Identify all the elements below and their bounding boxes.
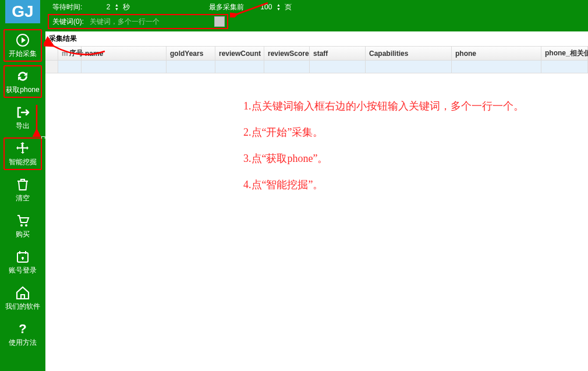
chevron-down-icon[interactable]: ▼ — [277, 7, 281, 11]
th-goldyears[interactable]: goldYears — [167, 47, 215, 60]
nav-label: 账号登录 — [9, 266, 37, 275]
chevron-down-icon[interactable]: ▼ — [115, 7, 119, 11]
results-title: 采集结果 — [45, 31, 588, 46]
help-icon: ? — [15, 321, 30, 337]
nav-label: 导出 — [16, 121, 30, 131]
wait-time-input[interactable] — [89, 2, 112, 12]
th-reviewcount[interactable]: reviewCount — [215, 47, 264, 60]
nav-our-software[interactable]: 我们的软件 — [3, 282, 42, 315]
svg-marker-1 — [22, 37, 26, 43]
trash-icon — [15, 177, 30, 192]
chevron-up-icon[interactable]: ▲ — [115, 3, 119, 7]
th-capabilities[interactable]: Capabilities — [366, 47, 452, 60]
instruction-line: 4.点“智能挖掘”。 — [243, 177, 524, 193]
nav-label: 开始采集 — [9, 49, 37, 59]
th-reviewscore[interactable]: reviewScore — [264, 47, 310, 60]
keyword-row: 关键词(0): — [48, 14, 228, 29]
instructions: 1.点关键词输入框右边的小按钮输入关键词，多个一行一个。 2.点“开始”采集。 … — [243, 98, 524, 203]
nav-label: 购买 — [16, 229, 30, 239]
bracket-decoration: ⌜⌝ — [41, 135, 44, 143]
svg-text:?: ? — [19, 321, 26, 336]
nav-label: 清空 — [16, 193, 30, 203]
max-label: 最多采集前 — [209, 2, 244, 12]
play-icon — [15, 33, 30, 48]
keyword-picker-button[interactable] — [214, 16, 225, 27]
nav-login[interactable]: 账号登录 — [3, 246, 42, 278]
nav-export[interactable]: 导出 — [3, 101, 42, 134]
nav-how-to[interactable]: ? 使用方法 — [3, 318, 42, 351]
keyword-input[interactable] — [90, 17, 214, 26]
instruction-line: 3.点“获取phone”。 — [243, 151, 524, 167]
max-unit: 页 — [285, 2, 292, 12]
instruction-line: 1.点关键词输入框右边的小按钮输入关键词，多个一行一个。 — [243, 98, 524, 114]
th-index[interactable]: m序号 — [58, 47, 82, 60]
home-icon — [15, 285, 30, 301]
keyword-label: 关键词(0): — [52, 17, 84, 27]
th-phone[interactable]: phone — [452, 47, 541, 60]
wait-spinner[interactable]: ▲▼ — [114, 2, 119, 12]
table-header: m序号 name goldYears reviewCount reviewSco… — [45, 47, 588, 61]
nav-start-collect[interactable]: 开始采集 — [3, 29, 42, 62]
svg-point-2 — [20, 224, 23, 227]
main: 等待时间: ▲▼ 秒 最多采集前 ▲▼ 页 关键词(0): 采集 — [45, 0, 588, 371]
nav-label: 获取phone — [6, 85, 39, 95]
th-phone-related[interactable]: phone_相关值 — [541, 47, 588, 60]
nav-buy[interactable]: 购买 — [3, 210, 42, 242]
refresh-icon — [15, 69, 30, 84]
instruction-line: 2.点“开始”采集。 — [243, 125, 524, 140]
table-row[interactable] — [45, 61, 588, 73]
nav-label: 我们的软件 — [5, 302, 40, 312]
app-logo: GJ — [5, 0, 40, 23]
results-table: m序号 name goldYears reviewCount reviewSco… — [45, 46, 588, 73]
content: 采集结果 m序号 name goldYears reviewCount revi… — [45, 31, 588, 371]
max-pages-field[interactable]: ▲▼ — [251, 2, 281, 12]
chevron-up-icon[interactable]: ▲ — [277, 3, 281, 7]
nav-smart-mine[interactable]: ⌜⌝ 智能挖掘 — [3, 137, 42, 170]
wait-time-field[interactable]: ▲▼ — [89, 2, 119, 12]
topbar: 等待时间: ▲▼ 秒 最多采集前 ▲▼ 页 关键词(0): — [45, 0, 588, 31]
sidebar: GJ 开始采集 获取phone 导出 ⌜⌝ 智能挖掘 — [0, 0, 45, 371]
wait-unit: 秒 — [123, 2, 130, 12]
th-rowheader[interactable] — [45, 47, 58, 60]
cart-icon — [15, 213, 30, 228]
th-name[interactable]: name — [82, 47, 167, 60]
export-icon — [15, 105, 30, 120]
th-staff[interactable]: staff — [310, 47, 366, 60]
nav-clear[interactable]: 清空 — [3, 174, 42, 206]
max-spinner[interactable]: ▲▼ — [275, 2, 281, 12]
svg-point-3 — [25, 224, 27, 227]
nav-label: 智能挖掘 — [9, 157, 37, 167]
move-icon — [15, 141, 30, 156]
nav-get-phone[interactable]: 获取phone — [3, 65, 42, 98]
wait-label: 等待时间: — [52, 2, 82, 12]
nav-label: 使用方法 — [9, 338, 37, 348]
max-pages-input[interactable] — [251, 2, 274, 12]
calendar-icon — [15, 249, 30, 264]
